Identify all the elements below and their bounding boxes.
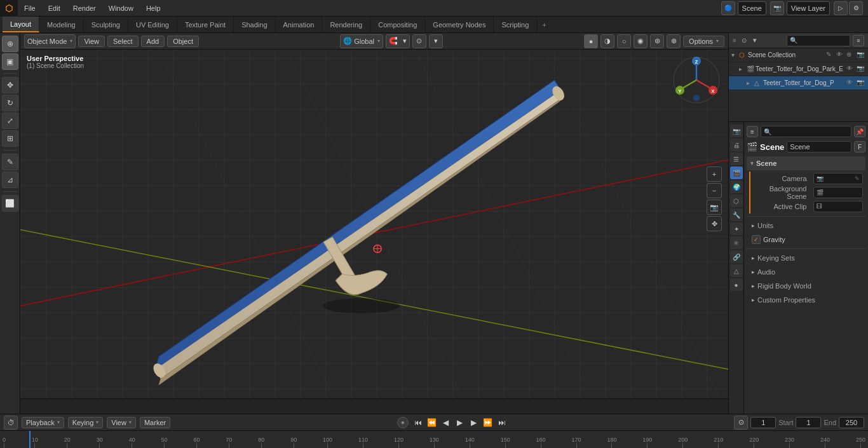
tab-geometry-nodes[interactable]: Geometry Nodes xyxy=(425,17,494,32)
tab-uv-editing[interactable]: UV Editing xyxy=(128,17,177,32)
jump-start-btn[interactable]: ⏮ xyxy=(412,417,424,428)
outliner-eye-icon-3[interactable]: 👁 xyxy=(846,79,855,88)
object-mode-select[interactable]: Object Mode ▾ xyxy=(24,34,76,48)
gravity-checkbox[interactable] xyxy=(752,235,761,244)
outliner-camera-icon-3[interactable]: 📷 xyxy=(857,79,865,88)
menu-render[interactable]: Render xyxy=(67,0,102,16)
tab-scripting[interactable]: Scripting xyxy=(494,17,537,32)
start-frame-input[interactable]: 1 xyxy=(796,417,821,428)
outliner-search-input[interactable] xyxy=(787,35,850,46)
render-props-icon[interactable]: 📷 xyxy=(730,125,743,137)
viewport[interactable]: Object Mode ▾ View Select Add Object 🌐 G… xyxy=(20,33,728,414)
add-menu-btn[interactable]: Add xyxy=(141,36,165,47)
view-layer-name[interactable]: View Layer xyxy=(787,1,830,15)
modifier-props-icon[interactable]: 🔧 xyxy=(730,208,743,221)
rotate-btn[interactable]: ↻ xyxy=(2,95,18,111)
scene-selector[interactable]: 🔵 xyxy=(721,1,735,15)
scene-fake-user-btn[interactable]: F xyxy=(854,141,865,153)
tab-modeling[interactable]: Modeling xyxy=(39,17,84,32)
world-props-icon[interactable]: 🌍 xyxy=(730,180,743,193)
gizmo-btn[interactable]: ⊕ xyxy=(667,34,681,48)
keying-menu-btn[interactable]: Keying ▾ xyxy=(68,417,104,428)
render-settings-btn[interactable]: ⚙ xyxy=(849,1,863,15)
add-workspace-tab[interactable]: + xyxy=(537,21,551,29)
material-props-icon[interactable]: ● xyxy=(730,278,743,291)
constraints-props-icon[interactable]: 🔗 xyxy=(730,250,743,263)
scene-section-header[interactable]: ▾ Scene xyxy=(747,156,865,170)
background-scene-value[interactable]: 🎬 xyxy=(813,187,864,198)
viewport-shading-solid[interactable]: ● xyxy=(584,34,598,48)
record-btn[interactable]: ● xyxy=(397,417,409,428)
object-props-icon[interactable]: ⬡ xyxy=(730,194,743,207)
data-props-icon[interactable]: △ xyxy=(730,264,743,277)
add-cube-btn[interactable]: ⬜ xyxy=(2,195,18,212)
keying-sets-header[interactable]: ▸ Keying Sets xyxy=(747,251,865,265)
cursor-tool-btn[interactable]: ⊕ xyxy=(2,36,18,52)
jump-next-keyframe-btn[interactable]: ⏩ xyxy=(482,417,494,428)
options-btn[interactable]: Options ▾ xyxy=(683,36,724,47)
outliner-row-scene-collection[interactable]: ▾ ⬡ Scene Collection ✎ 👁 ⊕ 📷 xyxy=(729,48,868,62)
step-forward-btn[interactable]: ▶ xyxy=(468,417,480,428)
outliner-row-item-1[interactable]: ▸ 🎬 Teeter_Totter_for_Dog_Park_E 👁 📷 xyxy=(729,62,868,76)
outliner-camera-icon-2[interactable]: 📷 xyxy=(857,65,865,74)
jump-end-btn[interactable]: ⏭ xyxy=(496,417,508,428)
camera-edit-icon[interactable]: ✎ xyxy=(855,175,860,182)
pan-btn[interactable]: ✥ xyxy=(707,216,722,231)
menu-window[interactable]: Window xyxy=(102,0,140,16)
view-layer-props-icon[interactable]: ☰ xyxy=(730,153,743,165)
viewport-shading-eevee[interactable]: ◉ xyxy=(634,34,648,48)
outliner-expand-3[interactable]: ▸ xyxy=(747,79,754,86)
scene-name[interactable]: Scene xyxy=(738,1,766,15)
outliner-filter-btn[interactable]: ≡ xyxy=(853,35,864,46)
select-box-btn[interactable]: ▣ xyxy=(2,53,18,70)
outliner-expand-2[interactable]: ▸ xyxy=(739,65,747,72)
viewport-shading-material[interactable]: ◑ xyxy=(600,34,614,48)
annotate-btn[interactable]: ✎ xyxy=(2,154,18,170)
tab-texture-paint[interactable]: Texture Paint xyxy=(177,17,234,32)
outliner-edit-icon[interactable]: ✎ xyxy=(826,51,835,60)
timeline-ruler[interactable]: 0102030405060708090100110120130140150160… xyxy=(0,431,868,448)
output-props-icon[interactable]: 🖨 xyxy=(730,139,743,151)
select-menu-btn[interactable]: Select xyxy=(107,36,139,47)
view-menu-btn[interactable]: View xyxy=(78,36,105,47)
scene-name-input[interactable]: Scene xyxy=(787,141,851,153)
tab-rendering[interactable]: Rendering xyxy=(322,17,370,32)
play-btn[interactable]: ▶ xyxy=(454,417,466,428)
timeline-mode-btn[interactable]: ⏱ xyxy=(4,416,18,430)
transform-orientation-select[interactable]: 🌐 Global ▾ xyxy=(340,34,383,48)
menu-edit[interactable]: Edit xyxy=(42,0,67,16)
viewport-overlays-btn[interactable]: ⊛ xyxy=(650,34,664,48)
units-section-header[interactable]: ▸ Units xyxy=(747,219,865,233)
transform-btn[interactable]: ⊞ xyxy=(2,130,18,147)
navigation-gizmo[interactable]: Z X Y xyxy=(671,55,722,105)
tab-shading[interactable]: Shading xyxy=(234,17,275,32)
step-back-btn[interactable]: ◀ xyxy=(440,417,452,428)
zoom-in-btn[interactable]: + xyxy=(707,166,722,182)
camera-value-field[interactable]: 📷 ✎ xyxy=(813,173,864,184)
rigid-body-world-header[interactable]: ▸ Rigid Body World xyxy=(747,279,865,293)
tab-animation[interactable]: Animation xyxy=(276,17,323,32)
particles-props-icon[interactable]: ✦ xyxy=(730,222,743,235)
menu-help[interactable]: Help xyxy=(140,0,167,16)
scene-props-icon[interactable]: 🎬 xyxy=(730,166,743,179)
tab-sculpting[interactable]: Sculpting xyxy=(84,17,128,32)
snap-toggle-btn[interactable]: 🧲 xyxy=(386,35,400,48)
frame-icon-btn[interactable]: ⊙ xyxy=(734,416,748,430)
scale-btn[interactable]: ⤢ xyxy=(2,112,18,129)
render-btn[interactable]: ▷ xyxy=(834,1,848,15)
jump-prev-keyframe-btn[interactable]: ⏪ xyxy=(426,417,438,428)
tab-compositing[interactable]: Compositing xyxy=(370,17,425,32)
view-menu-btn[interactable]: View ▾ xyxy=(107,417,136,428)
camera-view-btn[interactable]: 📷 xyxy=(707,200,722,215)
playback-menu-btn[interactable]: Playback ▾ xyxy=(22,417,64,428)
outliner-render-icon[interactable]: 📷 xyxy=(857,51,865,60)
tab-layout[interactable]: Layout xyxy=(3,17,39,32)
proportional-edit-btn[interactable]: ⊙ xyxy=(412,34,426,48)
outliner-cursor-icon[interactable]: ⊕ xyxy=(846,51,855,60)
zoom-out-btn[interactable]: − xyxy=(707,183,722,198)
props-nav-btn[interactable]: ≡ xyxy=(747,126,758,137)
outliner-row-item-2[interactable]: ▸ △ Teeter_Totter_for_Dog_P 👁 📷 xyxy=(729,76,868,90)
physics-props-icon[interactable]: ⚛ xyxy=(730,236,743,249)
proportional-type-btn[interactable]: ▾ xyxy=(429,34,443,48)
marker-menu-btn[interactable]: Marker xyxy=(140,417,170,428)
